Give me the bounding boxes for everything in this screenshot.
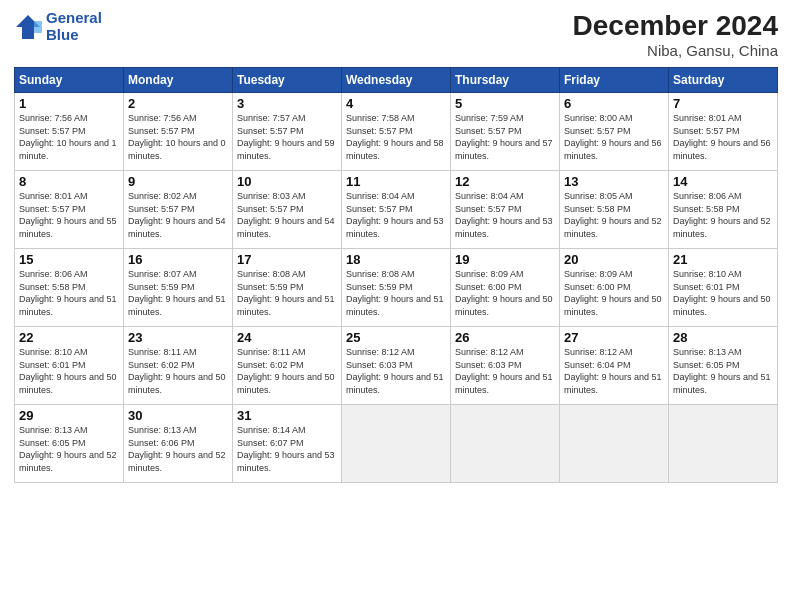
daylight-label: Daylight: 9 hours and 51 minutes. <box>237 294 335 317</box>
calendar-cell: 29 Sunrise: 8:13 AM Sunset: 6:05 PM Dayl… <box>15 405 124 483</box>
calendar-cell: 23 Sunrise: 8:11 AM Sunset: 6:02 PM Dayl… <box>124 327 233 405</box>
day-info: Sunrise: 8:01 AM Sunset: 5:57 PM Dayligh… <box>19 190 119 240</box>
sunset-label: Sunset: 5:59 PM <box>346 282 413 292</box>
sunset-label: Sunset: 5:59 PM <box>237 282 304 292</box>
sunrise-label: Sunrise: 7:56 AM <box>19 113 88 123</box>
calendar-cell: 26 Sunrise: 8:12 AM Sunset: 6:03 PM Dayl… <box>451 327 560 405</box>
sunrise-label: Sunrise: 8:06 AM <box>673 191 742 201</box>
daylight-label: Daylight: 9 hours and 50 minutes. <box>564 294 662 317</box>
daylight-label: Daylight: 9 hours and 59 minutes. <box>237 138 335 161</box>
logo: General Blue <box>14 10 102 43</box>
sunrise-label: Sunrise: 8:08 AM <box>346 269 415 279</box>
day-info: Sunrise: 8:11 AM Sunset: 6:02 PM Dayligh… <box>237 346 337 396</box>
calendar-cell: 10 Sunrise: 8:03 AM Sunset: 5:57 PM Dayl… <box>233 171 342 249</box>
day-info: Sunrise: 8:06 AM Sunset: 5:58 PM Dayligh… <box>19 268 119 318</box>
calendar-cell: 1 Sunrise: 7:56 AM Sunset: 5:57 PM Dayli… <box>15 93 124 171</box>
day-number: 1 <box>19 96 119 111</box>
daylight-label: Daylight: 9 hours and 51 minutes. <box>19 294 117 317</box>
sunset-label: Sunset: 6:07 PM <box>237 438 304 448</box>
calendar-row: 29 Sunrise: 8:13 AM Sunset: 6:05 PM Dayl… <box>15 405 778 483</box>
day-info: Sunrise: 7:59 AM Sunset: 5:57 PM Dayligh… <box>455 112 555 162</box>
calendar-cell: 18 Sunrise: 8:08 AM Sunset: 5:59 PM Dayl… <box>342 249 451 327</box>
calendar-cell: 21 Sunrise: 8:10 AM Sunset: 6:01 PM Dayl… <box>669 249 778 327</box>
sunset-label: Sunset: 5:57 PM <box>237 126 304 136</box>
col-saturday: Saturday <box>669 68 778 93</box>
calendar-cell: 9 Sunrise: 8:02 AM Sunset: 5:57 PM Dayli… <box>124 171 233 249</box>
daylight-label: Daylight: 9 hours and 50 minutes. <box>19 372 117 395</box>
day-info: Sunrise: 8:00 AM Sunset: 5:57 PM Dayligh… <box>564 112 664 162</box>
sunrise-label: Sunrise: 8:06 AM <box>19 269 88 279</box>
daylight-label: Daylight: 9 hours and 56 minutes. <box>564 138 662 161</box>
calendar-cell: 3 Sunrise: 7:57 AM Sunset: 5:57 PM Dayli… <box>233 93 342 171</box>
day-info: Sunrise: 8:14 AM Sunset: 6:07 PM Dayligh… <box>237 424 337 474</box>
sunset-label: Sunset: 5:57 PM <box>237 204 304 214</box>
daylight-label: Daylight: 10 hours and 0 minutes. <box>128 138 226 161</box>
col-sunday: Sunday <box>15 68 124 93</box>
col-tuesday: Tuesday <box>233 68 342 93</box>
day-info: Sunrise: 8:13 AM Sunset: 6:06 PM Dayligh… <box>128 424 228 474</box>
sunrise-label: Sunrise: 8:13 AM <box>128 425 197 435</box>
day-info: Sunrise: 8:03 AM Sunset: 5:57 PM Dayligh… <box>237 190 337 240</box>
day-info: Sunrise: 8:12 AM Sunset: 6:03 PM Dayligh… <box>455 346 555 396</box>
calendar-cell: 8 Sunrise: 8:01 AM Sunset: 5:57 PM Dayli… <box>15 171 124 249</box>
sunrise-label: Sunrise: 7:59 AM <box>455 113 524 123</box>
sunrise-label: Sunrise: 8:09 AM <box>564 269 633 279</box>
calendar-cell: 28 Sunrise: 8:13 AM Sunset: 6:05 PM Dayl… <box>669 327 778 405</box>
logo-icon <box>14 13 42 41</box>
day-info: Sunrise: 8:10 AM Sunset: 6:01 PM Dayligh… <box>673 268 773 318</box>
day-info: Sunrise: 8:04 AM Sunset: 5:57 PM Dayligh… <box>455 190 555 240</box>
title-area: December 2024 Niba, Gansu, China <box>573 10 778 59</box>
logo-line2: Blue <box>46 27 102 44</box>
sunrise-label: Sunrise: 8:10 AM <box>673 269 742 279</box>
sunset-label: Sunset: 5:57 PM <box>19 126 86 136</box>
location-subtitle: Niba, Gansu, China <box>573 42 778 59</box>
daylight-label: Daylight: 9 hours and 51 minutes. <box>455 372 553 395</box>
sunrise-label: Sunrise: 8:11 AM <box>237 347 306 357</box>
calendar-cell <box>669 405 778 483</box>
day-info: Sunrise: 8:06 AM Sunset: 5:58 PM Dayligh… <box>673 190 773 240</box>
calendar-row: 1 Sunrise: 7:56 AM Sunset: 5:57 PM Dayli… <box>15 93 778 171</box>
day-number: 22 <box>19 330 119 345</box>
logo-text: General Blue <box>46 10 102 43</box>
daylight-label: Daylight: 9 hours and 54 minutes. <box>237 216 335 239</box>
calendar-cell: 13 Sunrise: 8:05 AM Sunset: 5:58 PM Dayl… <box>560 171 669 249</box>
weekday-header-row: Sunday Monday Tuesday Wednesday Thursday… <box>15 68 778 93</box>
calendar-cell: 20 Sunrise: 8:09 AM Sunset: 6:00 PM Dayl… <box>560 249 669 327</box>
sunset-label: Sunset: 5:58 PM <box>673 204 740 214</box>
day-number: 5 <box>455 96 555 111</box>
sunset-label: Sunset: 5:57 PM <box>673 126 740 136</box>
sunset-label: Sunset: 5:57 PM <box>19 204 86 214</box>
day-info: Sunrise: 7:58 AM Sunset: 5:57 PM Dayligh… <box>346 112 446 162</box>
sunset-label: Sunset: 6:05 PM <box>19 438 86 448</box>
day-info: Sunrise: 8:05 AM Sunset: 5:58 PM Dayligh… <box>564 190 664 240</box>
daylight-label: Daylight: 9 hours and 57 minutes. <box>455 138 553 161</box>
sunrise-label: Sunrise: 8:13 AM <box>673 347 742 357</box>
day-info: Sunrise: 8:10 AM Sunset: 6:01 PM Dayligh… <box>19 346 119 396</box>
day-info: Sunrise: 8:09 AM Sunset: 6:00 PM Dayligh… <box>455 268 555 318</box>
calendar-cell: 14 Sunrise: 8:06 AM Sunset: 5:58 PM Dayl… <box>669 171 778 249</box>
daylight-label: Daylight: 9 hours and 51 minutes. <box>346 372 444 395</box>
sunrise-label: Sunrise: 8:13 AM <box>19 425 88 435</box>
sunset-label: Sunset: 5:57 PM <box>128 204 195 214</box>
day-number: 30 <box>128 408 228 423</box>
daylight-label: Daylight: 9 hours and 51 minutes. <box>346 294 444 317</box>
day-number: 25 <box>346 330 446 345</box>
sunset-label: Sunset: 5:57 PM <box>346 126 413 136</box>
calendar-cell: 7 Sunrise: 8:01 AM Sunset: 5:57 PM Dayli… <box>669 93 778 171</box>
calendar-cell: 25 Sunrise: 8:12 AM Sunset: 6:03 PM Dayl… <box>342 327 451 405</box>
sunrise-label: Sunrise: 7:56 AM <box>128 113 197 123</box>
day-info: Sunrise: 8:13 AM Sunset: 6:05 PM Dayligh… <box>673 346 773 396</box>
day-number: 12 <box>455 174 555 189</box>
sunrise-label: Sunrise: 8:12 AM <box>346 347 415 357</box>
day-number: 21 <box>673 252 773 267</box>
calendar-cell: 17 Sunrise: 8:08 AM Sunset: 5:59 PM Dayl… <box>233 249 342 327</box>
daylight-label: Daylight: 9 hours and 51 minutes. <box>564 372 662 395</box>
day-number: 13 <box>564 174 664 189</box>
daylight-label: Daylight: 9 hours and 55 minutes. <box>19 216 117 239</box>
sunset-label: Sunset: 6:02 PM <box>237 360 304 370</box>
daylight-label: Daylight: 9 hours and 52 minutes. <box>564 216 662 239</box>
sunset-label: Sunset: 5:57 PM <box>564 126 631 136</box>
sunrise-label: Sunrise: 8:12 AM <box>455 347 524 357</box>
day-number: 11 <box>346 174 446 189</box>
day-number: 27 <box>564 330 664 345</box>
